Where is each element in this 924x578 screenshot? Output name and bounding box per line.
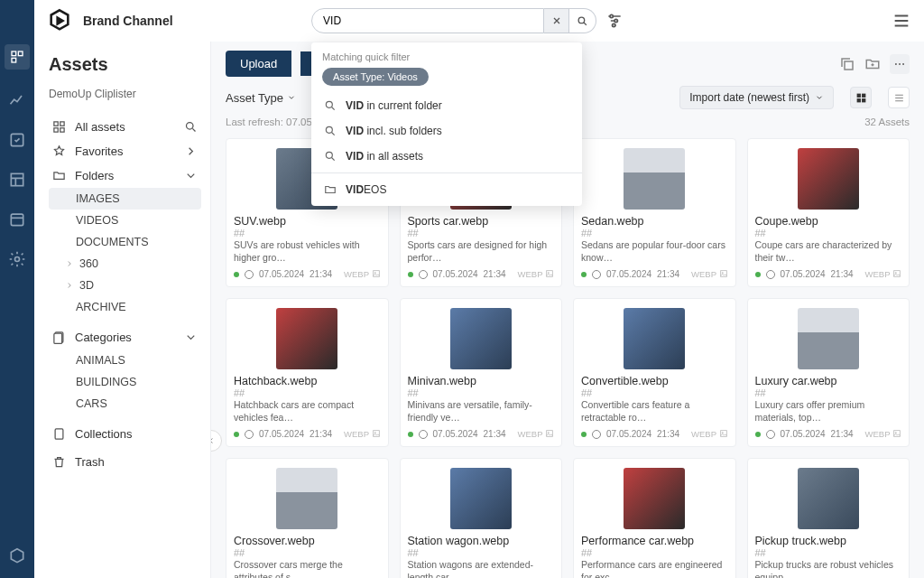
suggest-row-folder[interactable]: VIDEOS bbox=[311, 177, 582, 202]
asset-card[interactable]: Minivan.webp ## Minivans are versatile, … bbox=[400, 298, 563, 447]
asset-footer: 07.05.202421:34WEBP bbox=[408, 429, 555, 439]
asset-name: Luxury car.webp bbox=[755, 375, 902, 387]
svg-point-32 bbox=[374, 273, 375, 274]
asset-description: Convertible cars feature a retractable r… bbox=[581, 398, 728, 424]
rail-settings-icon[interactable] bbox=[8, 250, 26, 268]
svg-point-11 bbox=[326, 101, 332, 107]
asset-footer: 07.05.202421:34WEBP bbox=[755, 429, 902, 439]
asset-thumbnail bbox=[581, 466, 728, 531]
asset-card[interactable]: Coupe.webp ## Coupe cars are characteriz… bbox=[747, 138, 910, 287]
svg-rect-33 bbox=[547, 271, 553, 277]
search-clear-button[interactable] bbox=[544, 8, 569, 33]
svg-rect-41 bbox=[547, 431, 553, 437]
filter-toggle-icon[interactable] bbox=[605, 12, 624, 30]
status-dot-icon bbox=[234, 432, 239, 437]
rail-calendar-icon[interactable] bbox=[8, 210, 26, 228]
nav-rail bbox=[0, 0, 34, 578]
svg-rect-14 bbox=[54, 122, 58, 126]
asset-hash: ## bbox=[408, 547, 555, 558]
asset-hash: ## bbox=[581, 387, 728, 398]
upload-button[interactable]: Upload bbox=[226, 51, 291, 77]
folder-360[interactable]: 360 bbox=[49, 253, 201, 275]
svg-point-42 bbox=[548, 433, 549, 434]
asset-card[interactable]: Pickup truck.webp ## Pickup trucks are r… bbox=[747, 458, 910, 578]
search-input[interactable] bbox=[311, 8, 544, 33]
svg-rect-45 bbox=[894, 431, 901, 437]
page-title: Assets bbox=[49, 54, 201, 75]
folder-videos[interactable]: VIDEOS bbox=[49, 210, 201, 231]
cat-buildings[interactable]: BUILDINGS bbox=[49, 371, 201, 393]
duplicate-icon[interactable] bbox=[839, 56, 855, 72]
suggest-row[interactable]: VID in current folder bbox=[311, 93, 582, 118]
svg-point-38 bbox=[895, 273, 896, 274]
svg-rect-43 bbox=[720, 431, 726, 437]
folder-3d[interactable]: 3D bbox=[49, 275, 201, 296]
sort-select[interactable]: Import date (newest first) bbox=[679, 86, 834, 109]
svg-rect-37 bbox=[894, 271, 901, 277]
rail-layout-icon[interactable] bbox=[8, 171, 26, 189]
asset-thumbnail bbox=[408, 306, 555, 371]
cat-animals[interactable]: ANIMALS bbox=[49, 350, 201, 371]
asset-card[interactable]: Sedan.webp ## Sedans are popular four-do… bbox=[573, 138, 736, 287]
asset-name: Station wagon.webp bbox=[408, 535, 555, 547]
workspace-name[interactable]: DemoUp Cliplister bbox=[49, 88, 201, 100]
svg-point-13 bbox=[326, 152, 332, 158]
asset-card[interactable]: Convertible.webp ## Convertible cars fea… bbox=[573, 298, 736, 447]
svg-point-18 bbox=[187, 123, 194, 130]
nav-folders[interactable]: Folders bbox=[49, 163, 201, 188]
folder-documents[interactable]: DOCUMENTS bbox=[49, 231, 201, 253]
asset-card[interactable]: Luxury car.webp ## Luxury cars offer pre… bbox=[747, 298, 910, 447]
nav-favorites[interactable]: Favorites bbox=[49, 139, 201, 163]
asset-card[interactable]: Hatchback.webp ## Hatchback cars are com… bbox=[226, 298, 389, 447]
asset-hash: ## bbox=[234, 547, 381, 558]
brand-logo-icon bbox=[47, 8, 72, 33]
search-submit-button[interactable] bbox=[569, 8, 596, 33]
menu-icon[interactable] bbox=[892, 11, 911, 31]
suggest-row[interactable]: VID in all assets bbox=[311, 144, 582, 169]
globe-icon bbox=[419, 430, 428, 439]
asset-card[interactable]: Station wagon.webp ## Station wagons are… bbox=[400, 458, 563, 578]
svg-point-24 bbox=[895, 63, 897, 65]
suggest-row[interactable]: VID incl. sub folders bbox=[311, 118, 582, 144]
more-actions-button[interactable] bbox=[890, 54, 910, 74]
rail-assets-icon[interactable] bbox=[5, 44, 30, 70]
chevron-right-icon bbox=[184, 144, 198, 158]
nav-trash[interactable]: Trash bbox=[49, 450, 201, 474]
cat-cars[interactable]: CARS bbox=[49, 393, 201, 415]
asset-description: Sedans are popular four-door cars know…F… bbox=[581, 238, 728, 264]
asset-hash: ## bbox=[408, 228, 555, 238]
rail-analytics-icon[interactable] bbox=[8, 91, 26, 109]
nav-categories[interactable]: Categories bbox=[49, 325, 201, 350]
svg-rect-31 bbox=[373, 271, 379, 277]
svg-rect-15 bbox=[60, 122, 64, 126]
filter-asset-type[interactable]: Asset Type bbox=[226, 91, 296, 105]
asset-footer: 07.05.202421:34WEBP bbox=[581, 269, 728, 279]
globe-icon bbox=[766, 270, 775, 279]
svg-rect-16 bbox=[54, 128, 58, 132]
globe-icon bbox=[592, 270, 601, 279]
status-dot-icon bbox=[234, 272, 239, 277]
asset-card[interactable]: Performance car.webp ## Performance cars… bbox=[573, 458, 736, 578]
suggest-chip[interactable]: Asset Type: Videos bbox=[322, 68, 429, 86]
nav-all-assets[interactable]: All assets bbox=[49, 115, 201, 139]
asset-name: Sedan.webp bbox=[581, 215, 728, 228]
globe-icon bbox=[245, 430, 254, 439]
rail-tasks-icon[interactable] bbox=[8, 131, 26, 149]
view-list-button[interactable] bbox=[888, 87, 910, 108]
folder-archive[interactable]: ARCHIVE bbox=[49, 296, 201, 318]
svg-point-8 bbox=[610, 14, 613, 17]
view-grid-button[interactable] bbox=[850, 87, 872, 108]
asset-hash: ## bbox=[408, 387, 555, 398]
new-folder-icon[interactable] bbox=[864, 56, 881, 72]
asset-card[interactable]: Crossover.webp ## Crossover cars merge t… bbox=[226, 458, 389, 578]
status-dot-icon bbox=[755, 272, 761, 277]
asset-description: Crossover cars merge the attributes of s… bbox=[234, 558, 381, 578]
nav-collections[interactable]: Collections bbox=[49, 422, 201, 446]
chevron-down-icon bbox=[184, 331, 198, 344]
rail-logo-icon[interactable] bbox=[8, 547, 26, 565]
folder-images[interactable]: IMAGES bbox=[49, 188, 201, 210]
svg-point-40 bbox=[374, 433, 375, 434]
svg-rect-2 bbox=[12, 58, 16, 62]
asset-thumbnail bbox=[581, 306, 728, 371]
svg-rect-35 bbox=[720, 271, 726, 277]
